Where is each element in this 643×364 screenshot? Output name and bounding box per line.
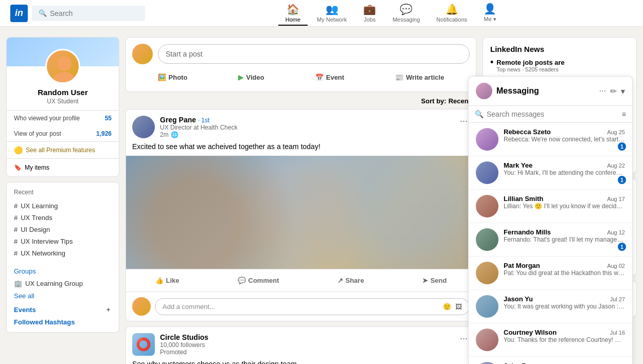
search-box[interactable]: 🔍 xyxy=(32,6,145,21)
msg-item[interactable]: Pat Morgan Aug 02 Pat: You did great at … xyxy=(469,257,632,290)
comment-button[interactable]: 💬 Comment xyxy=(229,271,288,289)
msg-time: Jul 16 xyxy=(610,330,625,336)
video-button[interactable]: ▶ Video xyxy=(232,69,270,85)
msg-item[interactable]: Mark Yee Aug 22 You: Hi Mark, I'll be at… xyxy=(469,156,632,190)
msg-item[interactable]: Lillian Smith Aug 17 Lillian: Yes 🙂 I'll… xyxy=(469,190,632,223)
hashtag-ux-trends[interactable]: # UX Trends xyxy=(14,212,112,224)
nav-me[interactable]: 👤 Me ▾ xyxy=(476,1,504,26)
search-input[interactable] xyxy=(50,9,138,17)
msg-item[interactable]: Rebecca Szeto Aug 25 Rebecca: We're now … xyxy=(469,123,632,156)
my-items-button[interactable]: 🔖 My items xyxy=(7,158,119,176)
hashtag-ux-learning[interactable]: # UX Learning xyxy=(14,200,112,212)
photo-button[interactable]: 🖼️ Photo xyxy=(152,69,194,85)
post-image xyxy=(126,156,476,269)
profile-views-row[interactable]: Who viewed your profile 55 xyxy=(7,111,119,126)
nav-messaging[interactable]: 💬 Messaging xyxy=(385,1,427,26)
hash-icon: # xyxy=(14,238,17,245)
msg-item[interactable]: Fernando Mills Aug 12 Fernando: That's g… xyxy=(469,223,632,257)
msg-item[interactable]: Jason Yu Jul 27 You: It was great workin… xyxy=(469,290,632,323)
hashtag-label: UX Networking xyxy=(21,249,65,257)
photo-label: Photo xyxy=(169,74,188,81)
svg-point-1 xyxy=(54,72,75,84)
premium-button[interactable]: 🟡 See all Premium features xyxy=(7,141,119,158)
like-label: Like xyxy=(166,277,180,284)
groups-link[interactable]: Groups xyxy=(14,267,36,275)
msg-name: Courtney Wilson xyxy=(504,329,557,336)
msg-search: 🔍 ≡ xyxy=(469,106,632,123)
msg-time: Aug 22 xyxy=(607,162,625,169)
msg-name: Jason Yu xyxy=(504,295,533,303)
article-icon: 📰 xyxy=(395,74,403,81)
msg-name-row: Pat Morgan Aug 02 xyxy=(504,262,625,269)
compose-icon[interactable]: ✏ xyxy=(610,86,617,96)
share-button[interactable]: ↗ Share xyxy=(329,271,372,289)
sort-value[interactable]: Recent xyxy=(449,97,471,105)
linkedin-logo[interactable]: in xyxy=(10,5,28,22)
events-link[interactable]: Events xyxy=(14,306,36,314)
emoji-icon[interactable]: 🙂 xyxy=(443,303,451,311)
circle-header: ⭕ Circle Studios 10,000 followers Promot… xyxy=(126,327,476,360)
profile-views-count: 55 xyxy=(105,115,112,122)
msg-search-input[interactable] xyxy=(487,110,619,118)
post-text: Excited to see what we acheived together… xyxy=(126,142,476,156)
photo-icon: 🖼️ xyxy=(158,74,166,81)
msg-time: Aug 12 xyxy=(607,229,625,235)
circle-badge: Promoted xyxy=(160,349,453,356)
send-button[interactable]: ➤ Send xyxy=(414,271,455,289)
sort-row: Sort by: Recent ▾ xyxy=(126,97,476,105)
like-button[interactable]: 👍 Like xyxy=(147,271,188,289)
comment-label: Comment xyxy=(248,277,279,284)
group-ux-learning[interactable]: 🏢 UX Learning Group xyxy=(14,278,112,289)
comment-icons: 🙂 🖼 xyxy=(443,303,462,311)
msg-item[interactable]: Courtney Wilson Jul 16 You: Thanks for t… xyxy=(469,323,632,357)
group-label: UX Learning Group xyxy=(25,280,83,287)
hashtag-ux-interview[interactable]: # UX Interview Tips xyxy=(14,235,112,247)
msg-badge: 1 xyxy=(618,176,626,184)
comment-avatar xyxy=(132,297,151,316)
circle-logo: ⭕ xyxy=(132,333,155,356)
hash-icon: # xyxy=(14,249,17,257)
nav-messaging-label: Messaging xyxy=(392,16,420,23)
hashtag-ui-design[interactable]: # UI Design xyxy=(14,224,112,235)
more-icon[interactable]: ··· xyxy=(599,86,606,96)
avatar[interactable] xyxy=(45,49,80,84)
news-headline-0: Remote job posts are xyxy=(496,59,564,66)
groups-header: Groups xyxy=(14,264,112,275)
nav-home[interactable]: 🏠 Home xyxy=(278,1,308,26)
comment-placeholder: Add a comment... xyxy=(163,303,215,311)
nav-me-label: Me ▾ xyxy=(484,16,496,23)
profile-card: Random User UX Student Who viewed your p… xyxy=(6,37,119,177)
news-title: LinkedIn News xyxy=(490,45,629,53)
followed-hashtags-link[interactable]: Followed Hashtags xyxy=(14,318,112,326)
post-input[interactable]: Start a post xyxy=(158,44,470,64)
hashtag-ux-networking[interactable]: # UX Networking xyxy=(14,247,112,259)
nav-notifications[interactable]: 🔔 Notifications xyxy=(429,1,474,26)
nav-jobs[interactable]: 💼 Jobs xyxy=(356,1,383,26)
add-event-icon[interactable]: ＋ xyxy=(105,305,112,314)
globe-icon: 🌐 xyxy=(171,131,178,138)
hash-icon: # xyxy=(14,226,17,233)
comment-input[interactable]: Add a comment... 🙂 🖼 xyxy=(155,298,470,315)
news-item-0[interactable]: • Remote job posts are Top news · 5205 r… xyxy=(490,59,629,72)
image-icon[interactable]: 🖼 xyxy=(455,303,462,311)
event-button[interactable]: 📅 Event xyxy=(309,69,350,85)
msg-name-row: Rebecca Szeto Aug 25 xyxy=(504,128,625,136)
msg-name-row: Lillian Smith Aug 17 xyxy=(504,195,625,203)
post-actions: 🖼️ Photo ▶ Video 📅 Event 📰 Write article xyxy=(132,69,470,85)
greg-avatar[interactable] xyxy=(132,116,155,138)
msg-filter-icon[interactable]: ≡ xyxy=(622,110,626,118)
chevron-up-icon[interactable]: ▾ xyxy=(621,86,625,96)
news-bullet-0: • xyxy=(490,58,493,67)
msg-time: Jul 27 xyxy=(610,296,625,302)
messaging-header[interactable]: Messaging ··· ✏ ▾ xyxy=(469,77,632,106)
event-icon: 📅 xyxy=(315,74,324,81)
see-all-link[interactable]: See all xyxy=(14,292,112,300)
svg-point-0 xyxy=(57,57,72,71)
post-views-row[interactable]: View of your post 1,926 xyxy=(7,126,119,141)
msg-item[interactable]: John Ravens Apr 29 John: All the best in… xyxy=(469,357,632,364)
article-button[interactable]: 📰 Write article xyxy=(389,69,450,85)
hash-icon: # xyxy=(14,202,17,210)
nav-my-network[interactable]: 👥 My Network xyxy=(310,1,354,26)
msg-time: Aug 02 xyxy=(607,263,625,269)
msg-preview: You: It was great working with you Jason… xyxy=(504,303,625,310)
